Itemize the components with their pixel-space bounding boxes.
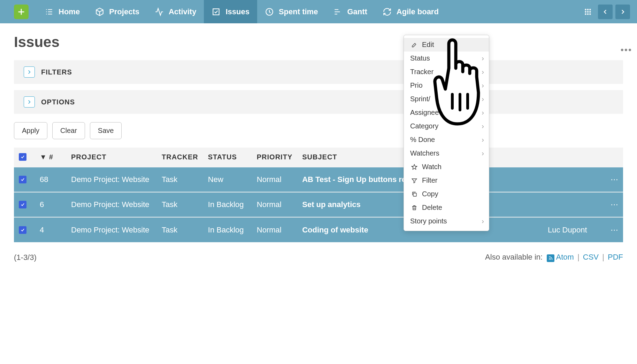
row-actions[interactable]: ⋯ (606, 167, 623, 192)
svg-point-5 (588, 11, 589, 12)
cell-tracker: Task (157, 167, 203, 192)
chevron-right-icon (620, 9, 626, 15)
nav-activity[interactable]: Activity (147, 0, 204, 23)
button-row: Apply Clear Save (14, 122, 623, 139)
filter-icon (410, 177, 419, 184)
table-row[interactable]: 6 Demo Project: Website Task In Backlog … (14, 192, 623, 217)
chevron-left-icon (602, 9, 608, 15)
svg-point-3 (590, 9, 591, 10)
nav-issues[interactable]: Issues (204, 0, 257, 23)
svg-point-7 (585, 14, 586, 15)
context-menu-item[interactable]: Sprint/› (404, 92, 489, 106)
cell-id: 6 (35, 192, 66, 217)
context-item-label: Watchers (410, 149, 439, 157)
context-item-label: % Done (410, 136, 435, 144)
apply-button[interactable]: Apply (14, 122, 47, 139)
context-menu-item[interactable]: Prio› (404, 79, 489, 92)
cell-project: Demo Project: Website (66, 217, 157, 242)
page-content: Issues ••• FILTERS OPTIONS Apply Clear S… (0, 23, 637, 272)
context-item-label: Delete (422, 204, 442, 212)
svg-point-9 (590, 14, 591, 15)
list-icon (45, 7, 54, 16)
filters-panel: FILTERS (14, 60, 623, 84)
chevron-right-icon: › (482, 149, 484, 157)
cell-tracker: Task (157, 217, 203, 242)
options-label: OPTIONS (41, 98, 75, 106)
header-priority[interactable]: PRIORITY (252, 148, 297, 167)
context-menu-item[interactable]: Watchers› (404, 147, 489, 160)
context-menu: EditStatus›Tracker›Prio›Sprint/›Assignee… (404, 35, 489, 231)
row-checkbox[interactable] (19, 226, 26, 234)
add-button[interactable] (14, 5, 29, 19)
cell-priority: Normal (252, 167, 297, 192)
header-checkbox[interactable] (14, 148, 35, 167)
row-actions[interactable]: ⋯ (606, 217, 623, 242)
nav-projects[interactable]: Projects (87, 0, 147, 23)
context-item-label: Edit (422, 41, 434, 49)
options-toggle[interactable] (24, 96, 35, 108)
clock-icon (265, 7, 274, 16)
save-button[interactable]: Save (90, 122, 122, 139)
nav-home[interactable]: Home (37, 0, 87, 23)
context-item-label: Category (410, 122, 438, 130)
context-menu-item[interactable]: % Done› (404, 133, 489, 147)
chevron-right-icon: › (482, 109, 484, 117)
context-menu-item[interactable]: Watch (404, 160, 489, 174)
star-icon (410, 164, 419, 170)
context-menu-item[interactable]: Story points› (404, 214, 489, 228)
export-pdf[interactable]: PDF (608, 253, 623, 261)
context-item-label: Filter (422, 176, 437, 184)
row-checkbox[interactable] (19, 201, 26, 208)
nav-agile[interactable]: Agile board (375, 0, 446, 23)
nav-spent-time[interactable]: Spent time (257, 0, 325, 23)
copy-icon (410, 191, 419, 197)
row-actions[interactable]: ⋯ (606, 192, 623, 217)
table-row[interactable]: 68 Demo Project: Website Task New Normal… (14, 167, 623, 192)
context-item-label: Tracker (410, 68, 433, 76)
table-row[interactable]: 4 Demo Project: Website Task In Backlog … (14, 217, 623, 242)
options-panel: OPTIONS (14, 90, 623, 114)
context-menu-item[interactable]: Status› (404, 52, 489, 65)
page-actions-menu[interactable]: ••• (621, 45, 632, 55)
context-menu-item[interactable]: Delete (404, 201, 489, 214)
nav-next-button[interactable] (615, 5, 630, 19)
context-menu-item[interactable]: Copy (404, 187, 489, 201)
rss-icon (547, 254, 554, 262)
grid-icon-button[interactable] (581, 5, 595, 19)
cell-project: Demo Project: Website (66, 167, 157, 192)
cell-id: 68 (35, 167, 66, 192)
svg-point-10 (549, 259, 550, 260)
svg-point-1 (585, 9, 586, 10)
cell-status: In Backlog (203, 217, 252, 242)
header-tracker[interactable]: TRACKER (157, 148, 203, 167)
cell-assignee (543, 192, 606, 217)
header-status[interactable]: STATUS (203, 148, 252, 167)
header-project[interactable]: PROJECT (66, 148, 157, 167)
checkbox-icon (19, 153, 26, 161)
nav-gantt[interactable]: Gantt (325, 0, 375, 23)
export-atom[interactable]: Atom (556, 253, 574, 261)
cell-id: 4 (35, 217, 66, 242)
context-item-label: Watch (422, 163, 442, 171)
context-menu-item[interactable]: Assignee› (404, 106, 489, 119)
chevron-right-icon: › (482, 68, 484, 76)
nav-label: Agile board (397, 7, 439, 16)
cell-status: In Backlog (203, 192, 252, 217)
page-title: Issues (14, 34, 623, 50)
context-menu-item[interactable]: Tracker› (404, 65, 489, 79)
cell-tracker: Task (157, 192, 203, 217)
context-menu-item[interactable]: Filter (404, 174, 489, 187)
filters-toggle[interactable] (24, 66, 35, 78)
gantt-icon (333, 7, 342, 16)
filters-label: FILTERS (41, 68, 72, 76)
header-assignee[interactable] (543, 148, 606, 167)
context-menu-item[interactable]: Edit (404, 38, 489, 52)
activity-icon (155, 7, 164, 16)
header-id[interactable]: ▼# (35, 148, 66, 167)
context-item-label: Assignee (410, 109, 439, 117)
row-checkbox[interactable] (19, 176, 26, 183)
context-menu-item[interactable]: Category› (404, 119, 489, 133)
export-csv[interactable]: CSV (583, 253, 599, 261)
clear-button[interactable]: Clear (52, 122, 85, 139)
nav-prev-button[interactable] (598, 5, 613, 19)
